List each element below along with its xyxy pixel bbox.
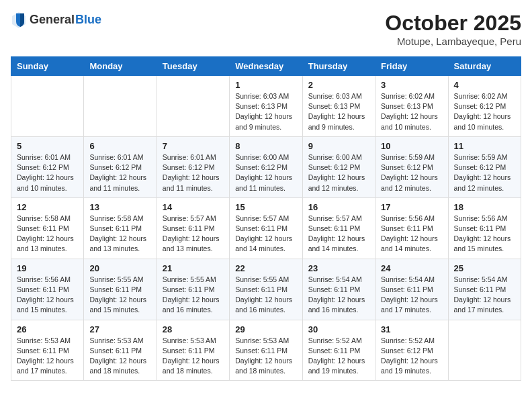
day-info: Sunrise: 5:54 AM Sunset: 6:11 PM Dayligh…: [381, 275, 442, 316]
calendar-cell: 14Sunrise: 5:57 AM Sunset: 6:11 PM Dayli…: [157, 197, 229, 259]
day-number: 4: [454, 80, 515, 90]
calendar-cell: 20Sunrise: 5:55 AM Sunset: 6:11 PM Dayli…: [84, 259, 157, 320]
calendar-cell: 7Sunrise: 6:01 AM Sunset: 6:12 PM Daylig…: [157, 136, 229, 197]
day-info: Sunrise: 6:00 AM Sunset: 6:12 PM Dayligh…: [308, 152, 369, 193]
day-number: 19: [17, 263, 78, 273]
day-number: 21: [163, 263, 224, 273]
col-header-tuesday: Tuesday: [157, 57, 229, 76]
calendar-week-row: 5Sunrise: 6:01 AM Sunset: 6:12 PM Daylig…: [11, 136, 521, 197]
day-number: 11: [454, 141, 515, 151]
calendar-week-row: 19Sunrise: 5:56 AM Sunset: 6:11 PM Dayli…: [11, 259, 521, 320]
title-section: October 2025 Motupe, Lambayeque, Peru: [385, 11, 521, 47]
day-number: 15: [235, 202, 296, 212]
calendar-cell: 15Sunrise: 5:57 AM Sunset: 6:11 PM Dayli…: [230, 197, 302, 259]
day-number: 17: [381, 202, 442, 212]
calendar-cell: 12Sunrise: 5:58 AM Sunset: 6:11 PM Dayli…: [11, 197, 84, 259]
day-info: Sunrise: 5:59 AM Sunset: 6:12 PM Dayligh…: [381, 152, 442, 193]
calendar-cell: 5Sunrise: 6:01 AM Sunset: 6:12 PM Daylig…: [11, 136, 84, 197]
calendar-cell: 26Sunrise: 5:53 AM Sunset: 6:11 PM Dayli…: [11, 320, 84, 381]
col-header-saturday: Saturday: [448, 57, 521, 76]
calendar-cell: 8Sunrise: 6:00 AM Sunset: 6:12 PM Daylig…: [230, 136, 302, 197]
calendar-cell: [448, 320, 521, 381]
day-number: 14: [163, 202, 224, 212]
month-title: October 2025: [385, 11, 521, 36]
calendar-cell: 27Sunrise: 5:53 AM Sunset: 6:11 PM Dayli…: [84, 320, 157, 381]
day-number: 29: [235, 324, 296, 334]
calendar-cell: 2Sunrise: 6:03 AM Sunset: 6:13 PM Daylig…: [302, 76, 375, 137]
day-number: 16: [308, 202, 369, 212]
day-info: Sunrise: 5:52 AM Sunset: 6:12 PM Dayligh…: [381, 336, 442, 377]
calendar-cell: 28Sunrise: 5:53 AM Sunset: 6:11 PM Dayli…: [157, 320, 229, 381]
calendar-cell: 22Sunrise: 5:55 AM Sunset: 6:11 PM Dayli…: [230, 259, 302, 320]
day-info: Sunrise: 5:54 AM Sunset: 6:11 PM Dayligh…: [308, 275, 369, 316]
day-info: Sunrise: 6:02 AM Sunset: 6:12 PM Dayligh…: [454, 91, 515, 132]
day-info: Sunrise: 5:55 AM Sunset: 6:11 PM Dayligh…: [235, 275, 296, 316]
day-info: Sunrise: 5:58 AM Sunset: 6:11 PM Dayligh…: [17, 214, 78, 255]
day-info: Sunrise: 5:55 AM Sunset: 6:11 PM Dayligh…: [89, 275, 150, 316]
day-info: Sunrise: 5:56 AM Sunset: 6:11 PM Dayligh…: [17, 275, 78, 316]
calendar-table: SundayMondayTuesdayWednesdayThursdayFrid…: [11, 56, 521, 381]
day-number: 25: [454, 263, 515, 273]
day-info: Sunrise: 6:03 AM Sunset: 6:13 PM Dayligh…: [308, 91, 369, 132]
day-info: Sunrise: 5:57 AM Sunset: 6:11 PM Dayligh…: [308, 214, 369, 255]
day-info: Sunrise: 5:57 AM Sunset: 6:11 PM Dayligh…: [235, 214, 296, 255]
calendar-cell: 17Sunrise: 5:56 AM Sunset: 6:11 PM Dayli…: [375, 197, 448, 259]
col-header-wednesday: Wednesday: [230, 57, 302, 76]
calendar-cell: 25Sunrise: 5:54 AM Sunset: 6:11 PM Dayli…: [448, 259, 521, 320]
location-subtitle: Motupe, Lambayeque, Peru: [385, 36, 521, 47]
day-number: 26: [17, 324, 78, 334]
day-number: 1: [235, 80, 296, 90]
calendar-cell: 31Sunrise: 5:52 AM Sunset: 6:12 PM Dayli…: [375, 320, 448, 381]
day-number: 5: [17, 141, 78, 151]
logo-blue: Blue: [75, 13, 101, 27]
logo-icon: [11, 11, 27, 30]
day-info: Sunrise: 5:57 AM Sunset: 6:11 PM Dayligh…: [163, 214, 224, 255]
day-info: Sunrise: 5:58 AM Sunset: 6:11 PM Dayligh…: [89, 214, 150, 255]
calendar-week-row: 12Sunrise: 5:58 AM Sunset: 6:11 PM Dayli…: [11, 197, 521, 259]
day-number: 23: [308, 263, 369, 273]
day-info: Sunrise: 5:59 AM Sunset: 6:12 PM Dayligh…: [454, 152, 515, 193]
day-number: 7: [163, 141, 224, 151]
calendar-cell: 10Sunrise: 5:59 AM Sunset: 6:12 PM Dayli…: [375, 136, 448, 197]
day-number: 24: [381, 263, 442, 273]
col-header-friday: Friday: [375, 57, 448, 76]
calendar-cell: 3Sunrise: 6:02 AM Sunset: 6:13 PM Daylig…: [375, 76, 448, 137]
day-number: 9: [308, 141, 369, 151]
day-info: Sunrise: 6:02 AM Sunset: 6:13 PM Dayligh…: [381, 91, 442, 132]
day-info: Sunrise: 5:52 AM Sunset: 6:11 PM Dayligh…: [308, 336, 369, 377]
day-number: 31: [381, 324, 442, 334]
calendar-cell: 21Sunrise: 5:55 AM Sunset: 6:11 PM Dayli…: [157, 259, 229, 320]
calendar-cell: [84, 76, 157, 137]
day-info: Sunrise: 5:53 AM Sunset: 6:11 PM Dayligh…: [235, 336, 296, 377]
calendar-cell: 19Sunrise: 5:56 AM Sunset: 6:11 PM Dayli…: [11, 259, 84, 320]
calendar-week-row: 1Sunrise: 6:03 AM Sunset: 6:13 PM Daylig…: [11, 76, 521, 137]
day-number: 30: [308, 324, 369, 334]
calendar-cell: 23Sunrise: 5:54 AM Sunset: 6:11 PM Dayli…: [302, 259, 375, 320]
day-info: Sunrise: 5:56 AM Sunset: 6:11 PM Dayligh…: [454, 214, 515, 255]
day-number: 8: [235, 141, 296, 151]
day-number: 13: [89, 202, 150, 212]
day-number: 28: [163, 324, 224, 334]
calendar-week-row: 26Sunrise: 5:53 AM Sunset: 6:11 PM Dayli…: [11, 320, 521, 381]
calendar-cell: 24Sunrise: 5:54 AM Sunset: 6:11 PM Dayli…: [375, 259, 448, 320]
day-info: Sunrise: 6:01 AM Sunset: 6:12 PM Dayligh…: [17, 152, 78, 193]
calendar-cell: 13Sunrise: 5:58 AM Sunset: 6:11 PM Dayli…: [84, 197, 157, 259]
calendar-cell: 1Sunrise: 6:03 AM Sunset: 6:13 PM Daylig…: [230, 76, 302, 137]
day-info: Sunrise: 5:56 AM Sunset: 6:11 PM Dayligh…: [381, 214, 442, 255]
day-number: 3: [381, 80, 442, 90]
logo: General Blue: [11, 11, 101, 30]
day-info: Sunrise: 5:53 AM Sunset: 6:11 PM Dayligh…: [163, 336, 224, 377]
calendar-header-row: SundayMondayTuesdayWednesdayThursdayFrid…: [11, 57, 521, 76]
col-header-thursday: Thursday: [302, 57, 375, 76]
page-header: General Blue October 2025 Motupe, Lambay…: [11, 11, 521, 47]
calendar-cell: [11, 76, 84, 137]
calendar-cell: 18Sunrise: 5:56 AM Sunset: 6:11 PM Dayli…: [448, 197, 521, 259]
day-info: Sunrise: 5:53 AM Sunset: 6:11 PM Dayligh…: [17, 336, 78, 377]
day-info: Sunrise: 5:53 AM Sunset: 6:11 PM Dayligh…: [89, 336, 150, 377]
day-info: Sunrise: 6:01 AM Sunset: 6:12 PM Dayligh…: [89, 152, 150, 193]
day-info: Sunrise: 5:55 AM Sunset: 6:11 PM Dayligh…: [163, 275, 224, 316]
day-number: 27: [89, 324, 150, 334]
calendar-cell: 6Sunrise: 6:01 AM Sunset: 6:12 PM Daylig…: [84, 136, 157, 197]
calendar-cell: 29Sunrise: 5:53 AM Sunset: 6:11 PM Dayli…: [230, 320, 302, 381]
day-number: 20: [89, 263, 150, 273]
